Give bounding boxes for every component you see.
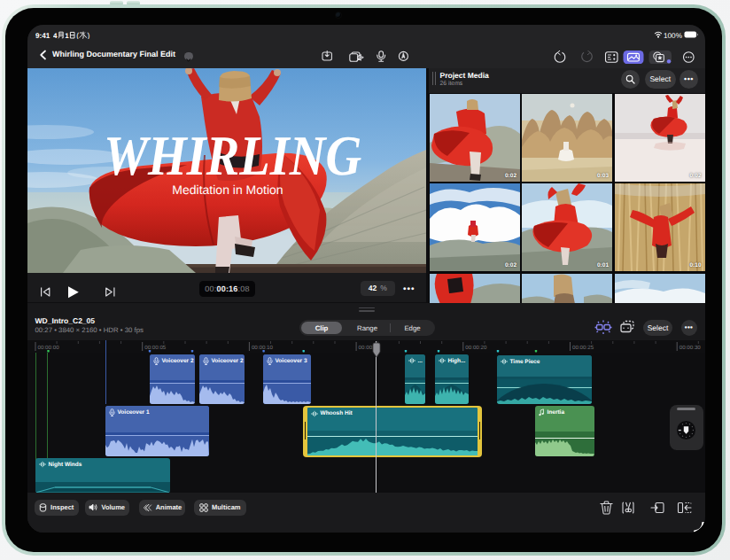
svg-text:Meditation in Motion: Meditation in Motion <box>172 183 283 197</box>
svg-text:00:00:10: 00:00:10 <box>252 345 274 351</box>
svg-text:00:00:20: 00:00:20 <box>465 345 487 351</box>
svg-text:WHIRLING: WHIRLING <box>104 124 361 187</box>
svg-text:100%: 100% <box>664 32 682 40</box>
svg-text:00:00:25: 00:00:25 <box>572 345 594 351</box>
svg-text:4: 4 <box>53 31 58 38</box>
svg-text:00:00:30: 00:00:30 <box>680 345 702 351</box>
svg-text:00:00:00: 00:00:00 <box>38 345 60 351</box>
svg-text:9:41: 9:41 <box>35 32 50 40</box>
svg-text:(: ( <box>76 31 79 39</box>
svg-text:): ) <box>87 31 89 39</box>
svg-text:00:00:05: 00:00:05 <box>144 345 167 351</box>
svg-text:1: 1 <box>65 31 69 38</box>
